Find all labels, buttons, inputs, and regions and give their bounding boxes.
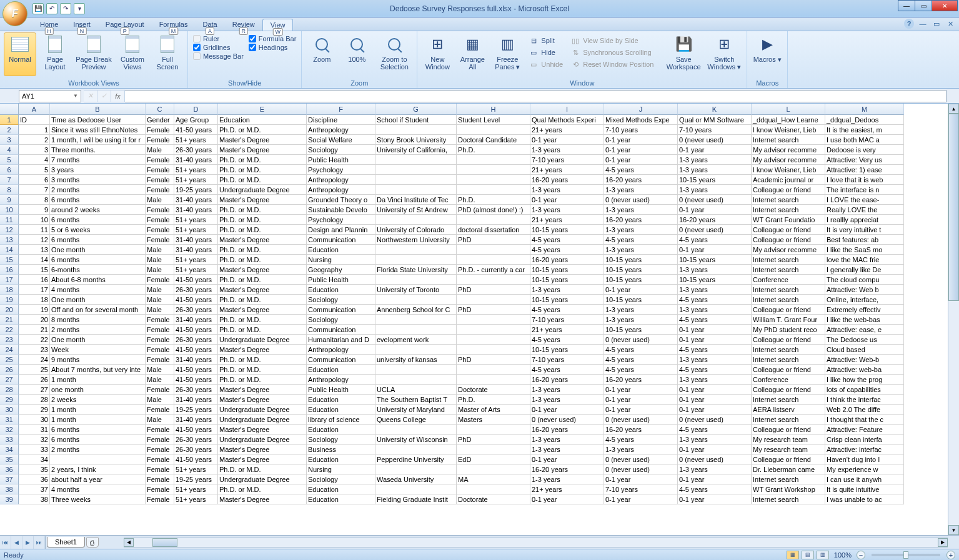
cell[interactable] [375, 445, 457, 454]
cell[interactable]: My advisor recomme [752, 145, 825, 155]
custom-views-button[interactable]: Custom Views [116, 32, 149, 76]
cell[interactable]: Public Health [307, 155, 375, 165]
cell[interactable]: PhD [457, 355, 530, 365]
cell[interactable]: 1 [19, 125, 50, 135]
cell[interactable]: 18 [19, 295, 50, 305]
cell[interactable]: Anthropology [307, 375, 375, 385]
cell[interactable]: 41-50 years [174, 365, 218, 375]
cell[interactable]: Master's Degree [218, 145, 307, 155]
cell[interactable]: Education [307, 484, 375, 494]
cell[interactable] [457, 165, 530, 175]
cell[interactable]: 37 [19, 484, 50, 494]
cell[interactable]: 1-3 years [530, 185, 604, 195]
cell[interactable]: Attractive: Web b [825, 285, 904, 295]
cell[interactable]: 34 [19, 454, 50, 464]
cell[interactable]: Da Vinci Institute of Tec [375, 195, 457, 205]
cell[interactable]: 1-3 years [530, 435, 604, 445]
cell[interactable]: 9 months [50, 355, 146, 365]
cell[interactable]: 1-3 years [604, 305, 678, 315]
cell[interactable]: The Southern Baptist T [375, 395, 457, 405]
cell[interactable]: 8 [19, 195, 50, 205]
horizontal-scrollbar[interactable]: ◀ ▶ [124, 538, 948, 548]
cell[interactable]: 10-15 years [530, 345, 604, 355]
cell[interactable] [457, 445, 530, 454]
cell[interactable]: Education [307, 494, 375, 504]
cell[interactable]: Master's Degree [218, 265, 307, 275]
cell[interactable]: Ph.D. or M.D. [218, 295, 307, 305]
column-header[interactable]: M [825, 104, 904, 115]
cell[interactable]: I know Weisner, Lieb [752, 165, 825, 175]
cell[interactable]: My experience w [825, 464, 904, 474]
cell[interactable]: 19-25 years [174, 474, 218, 484]
name-box[interactable]: AY1▼ [19, 90, 81, 102]
cell[interactable]: 1-3 years [530, 285, 604, 295]
cell[interactable]: 1 month [50, 405, 146, 415]
cell[interactable]: 1-3 years [678, 355, 752, 365]
cell[interactable]: 2 months [50, 185, 146, 195]
cell[interactable]: AERA listserv [752, 405, 825, 415]
cell[interactable]: Female [146, 325, 174, 335]
row-header[interactable]: 7 [0, 175, 19, 185]
cell[interactable]: Attractive: interfac [825, 445, 904, 454]
cell[interactable]: 4-5 years [604, 235, 678, 245]
cell[interactable]: Undergraduate Degree [218, 405, 307, 415]
cell[interactable]: Colleague or friend [752, 365, 825, 375]
column-header[interactable]: A [19, 104, 50, 115]
cell[interactable]: Dedoose is very [825, 145, 904, 155]
cell[interactable]: Psychology [307, 165, 375, 175]
cell[interactable]: It is very intuitive t [825, 225, 904, 235]
row-header[interactable]: 28 [0, 385, 19, 395]
zoom-in-button[interactable]: + [947, 551, 955, 559]
cell[interactable] [457, 275, 530, 285]
cell[interactable]: Anthropology [307, 175, 375, 185]
cell[interactable]: Nursing [307, 255, 375, 265]
row-header[interactable]: 18 [0, 285, 19, 295]
cell[interactable]: My research team [752, 445, 825, 454]
cell[interactable]: Female [146, 405, 174, 415]
cell[interactable]: Time as Dedoose User [50, 115, 146, 125]
cell[interactable]: 26-30 years [174, 335, 218, 345]
cell[interactable]: 1 month [50, 415, 146, 425]
maximize-button[interactable]: ▭ [915, 0, 932, 11]
cell[interactable]: lots of capabilities [825, 385, 904, 395]
zoom-slider[interactable] [872, 554, 940, 556]
cell[interactable] [457, 185, 530, 195]
cell[interactable]: 0 (never used) [604, 464, 678, 474]
cell[interactable]: EdD [457, 454, 530, 464]
tab-formulas[interactable]: FormulasM [152, 19, 196, 31]
cell[interactable]: WT Grant Workshop [752, 484, 825, 494]
cell[interactable]: Master's Degree [218, 135, 307, 145]
row-header[interactable]: 10 [0, 205, 19, 215]
row-header[interactable]: 6 [0, 165, 19, 175]
cell[interactable]: 36 [19, 474, 50, 484]
cell[interactable]: 4-5 years [678, 484, 752, 494]
tab-page-layout[interactable]: Page LayoutP [98, 19, 152, 31]
cell[interactable]: 4-5 years [530, 235, 604, 245]
cell[interactable]: 4-5 years [604, 355, 678, 365]
cell[interactable]: love the MAC frie [825, 255, 904, 265]
cell[interactable]: 4-5 years [678, 315, 752, 325]
cell[interactable]: Female [146, 315, 174, 325]
cell[interactable]: 16-20 years [530, 175, 604, 185]
cell[interactable]: University of Toronto [375, 285, 457, 295]
cell[interactable]: 0 (never used) [678, 225, 752, 235]
cell[interactable]: My advisor recomme [752, 155, 825, 165]
cell[interactable]: Female [146, 494, 174, 504]
cell[interactable]: 10-15 years [530, 225, 604, 235]
cell[interactable]: Internet search [752, 205, 825, 215]
cell[interactable]: 4-5 years [604, 345, 678, 355]
cell[interactable]: UCLA [375, 385, 457, 395]
cell[interactable]: I LOVE the ease- [825, 195, 904, 205]
cell[interactable]: Waseda University [375, 474, 457, 484]
normal-view-icon[interactable]: ▦ [787, 551, 799, 559]
cell[interactable]: Master's Degree [218, 425, 307, 435]
cell[interactable]: 6 months [50, 195, 146, 205]
row-header[interactable]: 1 [0, 115, 19, 125]
cell[interactable] [375, 275, 457, 285]
cell[interactable]: 1-3 years [604, 205, 678, 215]
row-header[interactable]: 24 [0, 345, 19, 355]
row-header[interactable]: 31 [0, 415, 19, 425]
cell[interactable]: Extremely effectiv [825, 305, 904, 315]
cell[interactable]: 1-3 years [678, 375, 752, 385]
cell[interactable]: Female [146, 185, 174, 195]
